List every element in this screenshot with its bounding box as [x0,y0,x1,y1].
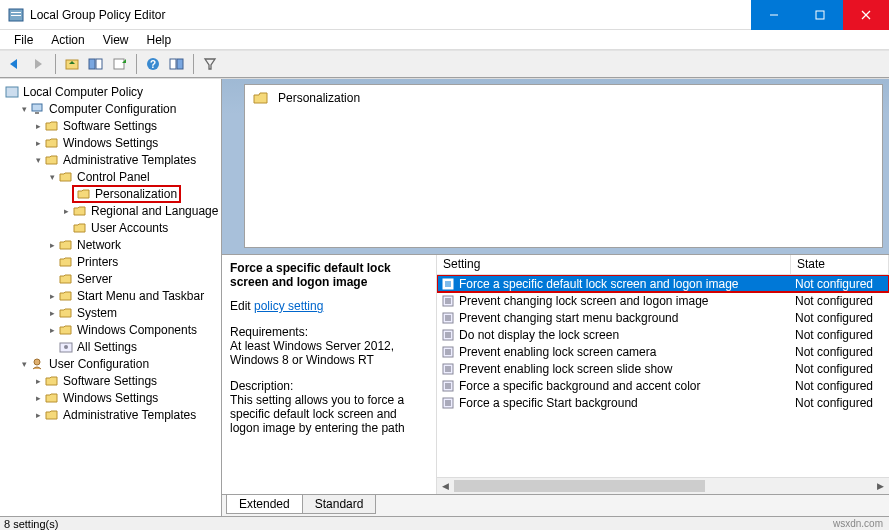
tree-label: Server [77,272,112,286]
table-row[interactable]: Force a specific background and accent c… [437,377,889,394]
tree-windows-settings2[interactable]: ▸ Windows Settings [4,389,221,406]
table-row[interactable]: Do not display the lock screenNot config… [437,326,889,343]
folder-icon [44,136,60,150]
menu-action[interactable]: Action [43,31,92,49]
expand-icon[interactable]: ▸ [32,376,44,386]
scroll-track[interactable] [454,478,872,494]
expand-icon[interactable]: ▸ [46,291,58,301]
horizontal-scrollbar[interactable]: ◀ ▶ [437,477,889,494]
collapse-icon[interactable]: ▾ [32,155,44,165]
back-button[interactable] [4,53,26,75]
tree-network[interactable]: ▸ Network [4,236,221,253]
column-header-setting[interactable]: Setting [437,255,791,274]
window-controls [751,0,889,30]
tree-admin-templates[interactable]: ▾ Administrative Templates [4,151,221,168]
maximize-button[interactable] [797,0,843,30]
folder-icon [58,170,74,184]
svg-point-24 [64,345,68,349]
tree-software-settings2[interactable]: ▸ Software Settings [4,372,221,389]
setting-state: Not configured [791,294,889,308]
expand-icon[interactable]: ▸ [32,410,44,420]
expand-icon[interactable]: ▸ [32,393,44,403]
tree-software-settings[interactable]: ▸ Software Settings [4,117,221,134]
tree-admin-templates2[interactable]: ▸ Administrative Templates [4,406,221,423]
table-row[interactable]: Prevent changing start menu backgroundNo… [437,309,889,326]
scroll-right-arrow[interactable]: ▶ [872,478,889,494]
tree-personalization[interactable]: Personalization [4,185,221,202]
table-row[interactable]: Prevent changing lock screen and logon i… [437,292,889,309]
tree-windows-settings[interactable]: ▸ Windows Settings [4,134,221,151]
policy-setting-icon [441,345,455,359]
up-button[interactable] [61,53,83,75]
console-tree[interactable]: Local Computer Policy ▾ Computer Configu… [0,79,222,516]
column-header-state[interactable]: State [791,255,889,274]
svg-rect-12 [96,59,102,69]
folder-icon [58,255,74,269]
setting-title: Force a specific default lock screen and… [230,261,428,289]
tree-user-accounts[interactable]: User Accounts [4,219,221,236]
menu-view[interactable]: View [95,31,137,49]
collapse-icon[interactable]: ▾ [46,172,58,182]
folder-icon [58,289,74,303]
table-row[interactable]: Force a specific Start backgroundNot con… [437,394,889,411]
tree-root[interactable]: Local Computer Policy [4,83,221,100]
forward-button[interactable] [28,53,50,75]
menu-file[interactable]: File [6,31,41,49]
show-hide-console-tree-button[interactable] [85,53,107,75]
svg-rect-11 [89,59,95,69]
toolbar-separator [193,54,194,74]
scroll-left-arrow[interactable]: ◀ [437,478,454,494]
svg-rect-22 [35,112,39,114]
edit-policy-link[interactable]: policy setting [254,299,323,313]
tree-control-panel[interactable]: ▾ Control Panel [4,168,221,185]
tree-system[interactable]: ▸ System [4,304,221,321]
tree-label: User Configuration [49,357,149,371]
tree-windows-components[interactable]: ▸ Windows Components [4,321,221,338]
tree-all-settings[interactable]: All Settings [4,338,221,355]
svg-marker-7 [10,59,17,69]
properties-button[interactable] [166,53,188,75]
edit-link-row: Edit policy setting [230,299,428,313]
filter-button[interactable] [199,53,221,75]
expand-icon[interactable]: ▸ [32,138,44,148]
table-row[interactable]: Prevent enabling lock screen slide showN… [437,360,889,377]
tree-label: Control Panel [77,170,150,184]
setting-label: Prevent changing start menu background [459,311,678,325]
expand-icon[interactable]: ▸ [32,121,44,131]
policy-setting-icon [441,277,455,291]
close-button[interactable] [843,0,889,30]
expand-icon[interactable]: ▸ [46,240,58,250]
help-button[interactable]: ? [142,53,164,75]
folder-icon [44,119,60,133]
expand-icon[interactable]: ▸ [60,206,72,216]
folder-icon [76,187,92,201]
scroll-thumb[interactable] [454,480,705,492]
expand-icon[interactable]: ▸ [46,308,58,318]
menu-help[interactable]: Help [139,31,180,49]
edit-prefix: Edit [230,299,254,313]
export-list-button[interactable] [109,53,131,75]
tree-regional-language[interactable]: ▸ Regional and Language [4,202,221,219]
folder-icon [44,391,60,405]
tree-computer-config[interactable]: ▾ Computer Configuration [4,100,221,117]
table-body[interactable]: Force a specific default lock screen and… [437,275,889,477]
setting-state: Not configured [791,362,889,376]
svg-rect-21 [32,104,42,111]
tree-start-taskbar[interactable]: ▸ Start Menu and Taskbar [4,287,221,304]
tree-server[interactable]: Server [4,270,221,287]
computer-icon [30,102,46,116]
tab-standard[interactable]: Standard [302,495,377,514]
status-bar: 8 setting(s) wsxdn.com [0,516,889,530]
svg-rect-4 [816,11,824,19]
description-text: This setting allows you to force a speci… [230,393,428,435]
tab-extended[interactable]: Extended [226,495,303,514]
collapse-icon[interactable]: ▾ [18,359,30,369]
table-row[interactable]: Prevent enabling lock screen cameraNot c… [437,343,889,360]
table-row[interactable]: Force a specific default lock screen and… [437,275,889,292]
tree-user-config[interactable]: ▾ User Configuration [4,355,221,372]
expand-icon[interactable]: ▸ [46,325,58,335]
minimize-button[interactable] [751,0,797,30]
category-banner: Personalization [222,79,889,255]
tree-printers[interactable]: Printers [4,253,221,270]
collapse-icon[interactable]: ▾ [18,104,30,114]
